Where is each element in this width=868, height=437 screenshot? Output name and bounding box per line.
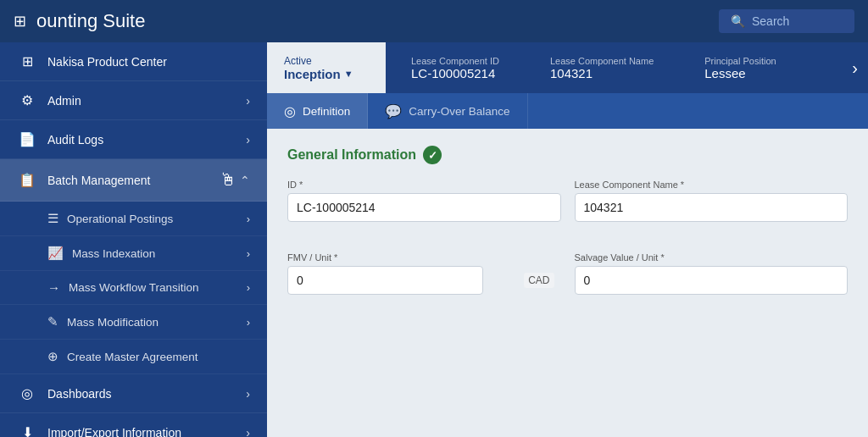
chevron-down-icon: › [246,94,250,108]
sidebar-item-label: Audit Logs [47,133,246,147]
tab-expand-icon[interactable]: › [852,42,868,93]
field-id: ID * [287,180,561,222]
form-row-1: ID * Lease Component Name * [287,180,848,222]
chevron-down-icon: › [246,133,250,147]
dashboard-icon: ◎ [17,385,37,401]
field-fmv-label: FMV / Unit * [287,252,561,263]
section-title: General Information ✓ [287,146,848,164]
field-lease-name-label: Lease Component Name * [575,180,849,190]
operational-icon: ☰ [47,211,58,226]
sidebar-item-operational[interactable]: ☰ Operational Postings › [0,202,267,236]
tab-info-group: Lease Component ID LC-100005214 Lease Co… [386,42,802,93]
add-icon: ⊕ [47,349,58,364]
sidebar-item-label: Create Master Agreement [67,351,198,363]
sidebar-item-mass-workflow[interactable]: → Mass Workflow Transition › [0,271,267,305]
fmv-unit-badge: CAD [524,273,554,288]
lease-component-name-label: Lease Component Name [550,56,654,66]
sidebar-item-admin[interactable]: ⚙ Admin › [0,81,267,120]
sidebar-item-label: Mass Indexation [72,247,155,260]
workflow-icon: → [47,280,60,295]
sidebar-item-label: Admin [47,94,246,108]
main-layout: ⊞ Nakisa Product Center ⚙ Admin › 📄 Audi… [0,42,868,437]
sidebar: ⊞ Nakisa Product Center ⚙ Admin › 📄 Audi… [0,42,267,437]
chevron-right-icon: › [247,213,250,225]
chevron-up-icon: ⌃ [240,174,250,187]
field-salvage: Salvage Value / Unit * [575,252,849,295]
tab-status: Active [284,55,369,67]
indexation-icon: 📈 [47,246,64,261]
lease-component-id-label: Lease Component ID [411,56,499,66]
batch-icon: 📋 [17,172,37,188]
lease-component-name-value: 104321 [550,66,654,80]
carry-over-icon: 💬 [385,103,402,119]
principal-position-info: Principal Position Lessee [704,56,776,80]
chevron-right-icon: › [247,281,250,294]
field-salvage-label: Salvage Value / Unit * [575,252,849,263]
chevron-right-icon: › [247,247,250,260]
active-tab[interactable]: Active Inception ▼ [267,42,386,93]
tab-name: Inception ▼ [284,67,369,81]
grid-icon: ⊞ [17,53,37,69]
content-area: Active Inception ▼ Lease Component ID LC… [267,42,868,437]
sidebar-item-nakisa[interactable]: ⊞ Nakisa Product Center [0,42,267,81]
tab-definition-label: Definition [303,105,350,118]
sidebar-item-label: Batch Management [47,174,220,187]
sidebar-item-create-master[interactable]: ⊕ Create Master Agreement [0,340,267,374]
field-lease-component-name: Lease Component Name * [575,180,849,222]
gear-icon: ⚙ [17,92,37,108]
sidebar-item-batch[interactable]: 📋 Batch Management 🖱 ⌃ [0,159,267,202]
tab-definition[interactable]: ◎ Definition [267,93,368,129]
principal-position-label: Principal Position [704,56,776,66]
dropdown-arrow-icon: ▼ [344,69,353,79]
sidebar-item-label: Import/Export Information [47,426,246,438]
sidebar-item-import-export[interactable]: ⬇ Import/Export Information › [0,413,267,437]
lease-component-id-info: Lease Component ID LC-100005214 [411,56,499,80]
sidebar-item-label: Dashboards [47,387,246,401]
lease-component-name-info: Lease Component Name 104321 [550,56,654,80]
field-salvage-input[interactable] [575,266,849,295]
field-fmv-wrapper: CAD [287,266,561,295]
field-fmv-input[interactable] [287,266,483,295]
lease-component-id-value: LC-100005214 [411,66,499,80]
form-row-2: FMV / Unit * CAD Salvage Value / Unit * [287,252,848,295]
search-icon: 🔍 [731,14,745,28]
chevron-down-icon: › [246,387,250,401]
sidebar-item-label: Operational Postings [67,213,173,225]
sidebar-item-label: Nakisa Product Center [47,55,250,69]
sidebar-item-mass-indexation[interactable]: 📈 Mass Indexation › [0,236,267,271]
tab-carry-over[interactable]: 💬 Carry-Over Balance [368,93,527,129]
chevron-down-icon: › [246,426,250,438]
app-title: ounting Suite [36,10,719,32]
sidebar-item-audit[interactable]: 📄 Audit Logs › [0,120,267,159]
field-fmv: FMV / Unit * CAD [287,252,561,295]
field-id-input[interactable] [287,193,561,222]
search-input[interactable] [752,14,854,28]
sidebar-item-label: Mass Workflow Transition [69,281,199,294]
sidebar-item-label: Mass Modification [67,316,159,329]
sub-tabs-bar: ◎ Definition 💬 Carry-Over Balance [267,93,868,129]
section-title-text: General Information [287,147,416,163]
top-bar: ⊞ ounting Suite 🔍 [0,0,868,42]
modification-icon: ✎ [47,314,58,329]
field-id-label: ID * [287,180,561,190]
audit-icon: 📄 [17,131,37,147]
grid-icon[interactable]: ⊞ [14,12,26,30]
field-lease-name-input[interactable] [575,193,849,222]
search-box[interactable]: 🔍 [719,9,854,33]
check-badge: ✓ [423,146,442,164]
principal-position-value: Lessee [704,66,776,80]
tabs-bar: Active Inception ▼ Lease Component ID LC… [267,42,868,93]
cursor-icon: 🖱 [220,170,236,190]
main-content: General Information ✓ ID * Lease Compone… [267,129,868,437]
tab-carry-over-label: Carry-Over Balance [409,105,509,118]
sidebar-item-dashboards[interactable]: ◎ Dashboards › [0,374,267,413]
definition-icon: ◎ [284,103,296,119]
chevron-right-icon: › [247,316,250,329]
sidebar-item-mass-mod[interactable]: ✎ Mass Modification › [0,305,267,340]
import-icon: ⬇ [17,424,37,437]
